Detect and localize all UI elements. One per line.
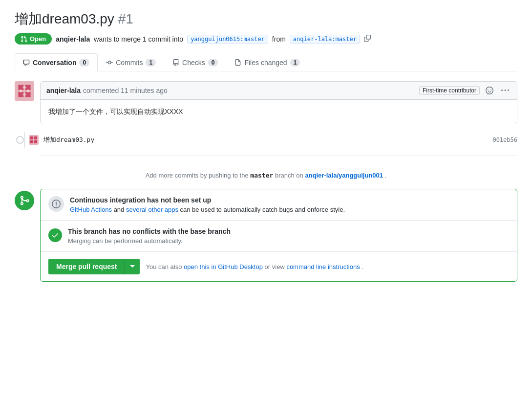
more-icon [501, 87, 509, 94]
pr-description: wants to merge 1 commit into [94, 35, 183, 43]
pr-number: #1 [118, 11, 133, 26]
check-icon [48, 228, 62, 242]
checkmark-icon [51, 231, 59, 239]
no-conflict-subtitle: Merging can be performed automatically. [68, 237, 231, 245]
merge-dropdown-button[interactable] [125, 259, 140, 274]
ci-icon [48, 196, 64, 212]
checks-count: 0 [208, 59, 218, 67]
comment-author[interactable]: anqier-lala [46, 87, 81, 94]
comment-time: commented 11 minutes ago [83, 87, 168, 94]
contributor-badge: First-time contributor [419, 86, 480, 95]
tab-commits[interactable]: Commits 1 [98, 53, 164, 71]
git-pull-request-icon [21, 36, 27, 43]
svg-rect-6 [20, 89, 22, 92]
files-changed-icon [234, 59, 241, 66]
open-label: Open [30, 35, 46, 43]
comment-header-left: anqier-lala commented 11 minutes ago [46, 87, 168, 94]
timeline-line [24, 132, 25, 148]
comment-header: anqier-lala commented 11 minutes ago Fir… [41, 82, 517, 100]
emoji-icon [486, 87, 493, 94]
github-desktop-link[interactable]: open this in GitHub Desktop [184, 263, 263, 270]
svg-rect-12 [30, 140, 33, 143]
tab-checks[interactable]: Checks 0 [164, 53, 226, 71]
more-options-button[interactable] [499, 86, 511, 95]
github-actions-link[interactable]: GitHub Actions [70, 206, 112, 213]
pr-title: 增加dream03.py #1 [15, 10, 517, 28]
no-conflict-text: This branch has no conflicts with the ba… [68, 227, 231, 245]
svg-rect-13 [34, 140, 37, 143]
avatar-image [16, 82, 33, 100]
master-branch-text: master [250, 172, 273, 179]
ci-title: Continuous integration has not been set … [70, 196, 345, 204]
tab-files-changed[interactable]: Files changed 1 [226, 53, 308, 71]
comment-text: 我增加了一个文件，可以实现自动实现XXXX [48, 107, 509, 117]
merge-also-text: You can also open this in GitHub Desktop… [146, 263, 363, 270]
files-changed-tab-label: Files changed [244, 59, 287, 67]
emoji-button[interactable] [484, 86, 495, 95]
pr-author: anqier-lala [56, 35, 90, 43]
checks-tab-label: Checks [182, 59, 205, 67]
command-line-link[interactable]: command line instructions [286, 263, 360, 270]
svg-rect-9 [29, 135, 39, 145]
dropdown-arrow-icon [130, 264, 135, 269]
conversation-count: 0 [79, 59, 89, 67]
commits-icon [106, 59, 113, 66]
ci-text: Continuous integration has not been set … [70, 196, 345, 213]
svg-rect-5 [22, 87, 26, 89]
comment-header-right: First-time contributor [419, 86, 511, 95]
conversation-tab-label: Conversation [33, 59, 76, 67]
merge-content: Continuous integration has not been set … [40, 189, 517, 282]
commit-timeline: 增加dream03.py 001eb56 [15, 132, 517, 148]
ci-section: Continuous integration has not been set … [41, 189, 517, 221]
commits-tab-label: Commits [116, 59, 143, 67]
svg-rect-11 [34, 136, 37, 139]
commits-count: 1 [146, 59, 156, 67]
tab-conversation[interactable]: Conversation 0 [15, 53, 98, 71]
source-branch[interactable]: anqier-lala:master [290, 35, 360, 44]
open-badge: Open [15, 33, 52, 45]
target-branch[interactable]: yangguijun0615:master [187, 35, 268, 44]
merge-button-area: Merge pull request You can also open thi… [41, 252, 517, 281]
copy-branches-icon[interactable] [364, 35, 371, 43]
svg-rect-7 [27, 89, 29, 92]
from-text: from [272, 35, 286, 43]
pr-title-text: 增加dream03.py [15, 11, 114, 26]
conversation-icon [23, 59, 30, 66]
svg-rect-0 [16, 82, 33, 100]
commit-filename: 增加dream03.py [43, 135, 94, 144]
commit-row: 增加dream03.py 001eb56 [40, 132, 517, 148]
files-changed-count: 1 [290, 59, 300, 67]
merge-btn-group: Merge pull request [48, 259, 140, 274]
merge-icon [19, 195, 30, 206]
commit-file-icon [29, 135, 39, 145]
other-apps-link[interactable]: several other apps [126, 206, 178, 213]
avatar [15, 81, 34, 101]
merge-pull-request-button[interactable]: Merge pull request [48, 259, 125, 274]
comment-body: 我增加了一个文件，可以实现自动实现XXXX [41, 100, 517, 124]
merge-icon-box [15, 191, 34, 210]
comment-block: anqier-lala commented 11 minutes ago Fir… [15, 81, 517, 124]
merge-section: Continuous integration has not been set … [15, 189, 517, 282]
commit-hash[interactable]: 001eb56 [492, 136, 517, 143]
ci-description: GitHub Actions and several other apps ca… [70, 206, 345, 213]
no-conflict-section: This branch has no conflicts with the ba… [41, 221, 517, 252]
ci-robot-icon [52, 200, 61, 208]
no-conflict-title: This branch has no conflicts with the ba… [68, 227, 231, 235]
comment-container: anqier-lala commented 11 minutes ago Fir… [40, 81, 517, 124]
tabs: Conversation 0 Commits 1 Checks 0 Files … [15, 53, 517, 71]
svg-rect-10 [30, 136, 33, 139]
svg-rect-8 [22, 93, 26, 95]
commit-dot [16, 136, 24, 144]
pr-status-bar: Open anqier-lala wants to merge 1 commit… [15, 33, 517, 45]
info-text: Add more commits by pushing to the maste… [15, 164, 517, 189]
checks-icon [172, 59, 179, 66]
repo-link[interactable]: anqier-lala/yangguijun001 [305, 172, 383, 179]
